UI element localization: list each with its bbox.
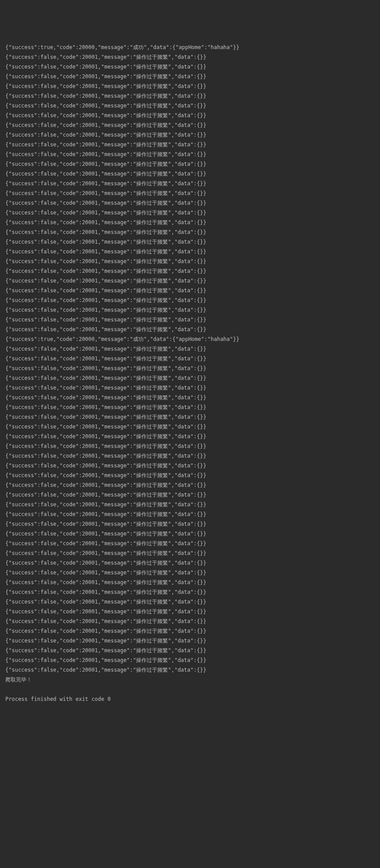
log-line-fail: {"success":false,"code":20001,"message":…: [5, 500, 375, 509]
log-line-fail: {"success":false,"code":20001,"message":…: [5, 72, 375, 81]
log-line-fail: {"success":false,"code":20001,"message":…: [5, 101, 375, 111]
log-line-success: {"success":true,"code":20000,"message":"…: [5, 334, 375, 344]
log-line-fail: {"success":false,"code":20001,"message":…: [5, 227, 375, 237]
log-line-fail: {"success":false,"code":20001,"message":…: [5, 62, 375, 72]
log-line-fail: {"success":false,"code":20001,"message":…: [5, 393, 375, 402]
log-line-fail: {"success":false,"code":20001,"message":…: [5, 363, 375, 373]
log-line-fail: {"success":false,"code":20001,"message":…: [5, 130, 375, 140]
log-line-fail: {"success":false,"code":20001,"message":…: [5, 373, 375, 383]
log-line-fail: {"success":false,"code":20001,"message":…: [5, 52, 375, 62]
log-line-fail: {"success":false,"code":20001,"message":…: [5, 286, 375, 295]
log-line-fail: {"success":false,"code":20001,"message":…: [5, 665, 375, 675]
log-line-fail: {"success":false,"code":20001,"message":…: [5, 441, 375, 451]
log-line-fail: {"success":false,"code":20001,"message":…: [5, 646, 375, 655]
log-line-fail: {"success":false,"code":20001,"message":…: [5, 587, 375, 597]
log-line-fail: {"success":false,"code":20001,"message":…: [5, 490, 375, 500]
log-line-fail: {"success":false,"code":20001,"message":…: [5, 548, 375, 558]
log-line-fail: {"success":false,"code":20001,"message":…: [5, 432, 375, 441]
log-line-fail: {"success":false,"code":20001,"message":…: [5, 422, 375, 432]
log-line-fail: {"success":false,"code":20001,"message":…: [5, 295, 375, 305]
log-line-fail: {"success":false,"code":20001,"message":…: [5, 81, 375, 91]
log-line-fail: {"success":false,"code":20001,"message":…: [5, 237, 375, 247]
log-line-fail: {"success":false,"code":20001,"message":…: [5, 169, 375, 179]
log-line-fail: {"success":false,"code":20001,"message":…: [5, 111, 375, 120]
log-line-fail: {"success":false,"code":20001,"message":…: [5, 655, 375, 665]
log-line-fail: {"success":false,"code":20001,"message":…: [5, 626, 375, 636]
log-line-fail: {"success":false,"code":20001,"message":…: [5, 451, 375, 461]
log-line-fail: {"success":false,"code":20001,"message":…: [5, 91, 375, 101]
log-line-fail: {"success":false,"code":20001,"message":…: [5, 218, 375, 227]
log-line-fail: {"success":false,"code":20001,"message":…: [5, 159, 375, 169]
log-line-exit: Process finished with exit code 0: [5, 694, 375, 704]
log-line-fail: {"success":false,"code":20001,"message":…: [5, 568, 375, 577]
log-line-fail: {"success":false,"code":20001,"message":…: [5, 558, 375, 568]
log-line-fail: {"success":false,"code":20001,"message":…: [5, 305, 375, 315]
log-line-fail: {"success":false,"code":20001,"message":…: [5, 344, 375, 354]
log-line-fail: {"success":false,"code":20001,"message":…: [5, 149, 375, 159]
log-line-fail: {"success":false,"code":20001,"message":…: [5, 616, 375, 626]
log-line-fail: {"success":false,"code":20001,"message":…: [5, 247, 375, 256]
log-line-fail: {"success":false,"code":20001,"message":…: [5, 179, 375, 188]
log-line-fail: {"success":false,"code":20001,"message":…: [5, 529, 375, 539]
log-line-fail: {"success":false,"code":20001,"message":…: [5, 509, 375, 519]
log-line-fail: {"success":false,"code":20001,"message":…: [5, 383, 375, 393]
log-line-fail: {"success":false,"code":20001,"message":…: [5, 461, 375, 470]
log-line-fail: {"success":false,"code":20001,"message":…: [5, 198, 375, 208]
log-line-fail: {"success":false,"code":20001,"message":…: [5, 539, 375, 548]
log-line-fail: {"success":false,"code":20001,"message":…: [5, 597, 375, 607]
log-line-fail: {"success":false,"code":20001,"message":…: [5, 276, 375, 286]
log-line-fail: {"success":false,"code":20001,"message":…: [5, 577, 375, 587]
log-line-fail: {"success":false,"code":20001,"message":…: [5, 120, 375, 130]
log-line-fail: {"success":false,"code":20001,"message":…: [5, 266, 375, 276]
log-line-fail: {"success":false,"code":20001,"message":…: [5, 402, 375, 412]
log-line-fail: {"success":false,"code":20001,"message":…: [5, 140, 375, 149]
log-line-fail: {"success":false,"code":20001,"message":…: [5, 256, 375, 266]
log-line-blank: [5, 684, 375, 694]
log-line-fail: {"success":false,"code":20001,"message":…: [5, 480, 375, 490]
log-line-fail: {"success":false,"code":20001,"message":…: [5, 315, 375, 325]
log-line-fail: {"success":false,"code":20001,"message":…: [5, 519, 375, 529]
log-line-fail: {"success":false,"code":20001,"message":…: [5, 354, 375, 363]
log-line-fail: {"success":false,"code":20001,"message":…: [5, 188, 375, 198]
console-output: {"success":true,"code":20000,"message":"…: [5, 42, 375, 704]
log-line-success: {"success":true,"code":20000,"message":"…: [5, 42, 375, 52]
log-line-fail: {"success":false,"code":20001,"message":…: [5, 208, 375, 218]
log-line-fail: {"success":false,"code":20001,"message":…: [5, 470, 375, 480]
log-line-fail: {"success":false,"code":20001,"message":…: [5, 636, 375, 646]
log-line-fail: {"success":false,"code":20001,"message":…: [5, 412, 375, 422]
log-line-fail: {"success":false,"code":20001,"message":…: [5, 607, 375, 616]
log-line-done: 爬取完毕！: [5, 675, 375, 684]
log-line-fail: {"success":false,"code":20001,"message":…: [5, 325, 375, 334]
